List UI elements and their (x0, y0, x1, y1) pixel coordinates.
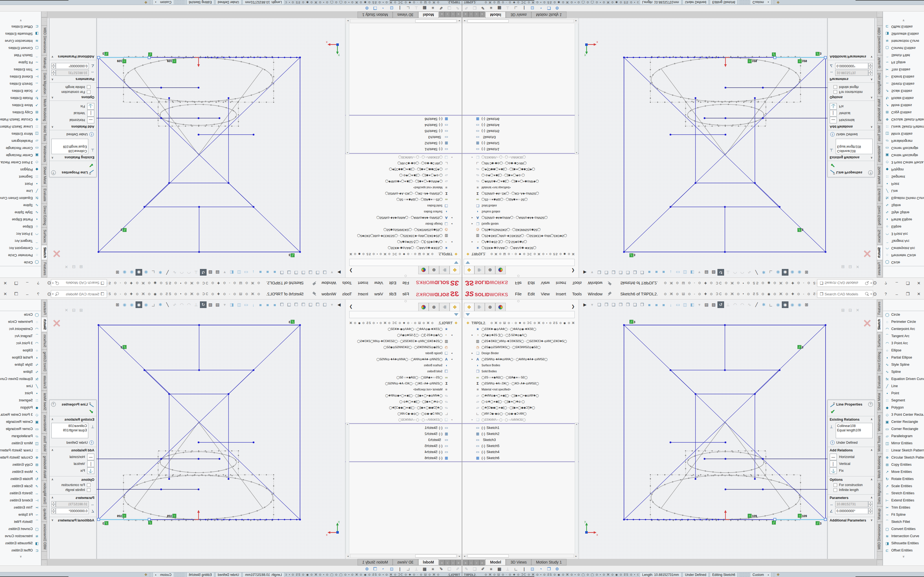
section-header[interactable]: Additional Parameters (58, 519, 94, 522)
tool-button[interactable]: ◆ Polygon (0, 404, 41, 411)
document-tab[interactable]: Model (418, 559, 439, 566)
view-tool-icon[interactable]: ❒ (639, 269, 645, 276)
tool-button[interactable]: ▢ Convert Entities (883, 525, 924, 532)
view-tool-icon[interactable]: ⊥ (193, 269, 199, 276)
commandmanager-tab[interactable]: Evaluate (877, 186, 883, 204)
tree-item[interactable]: ▱ ◯✚ƷƆ◉◉◯∗◉[◯ ◦ ◯]◉∗◯◉◉ƆƷ✚◯ (462, 166, 575, 172)
angle-field[interactable]: 0.00000000° (835, 508, 868, 514)
view-tool-icon[interactable]: ◫ (682, 301, 688, 308)
section-header[interactable]: Parameters (76, 496, 94, 500)
view-tool-icon[interactable]: ❏ (596, 269, 603, 276)
tool-button[interactable]: ∷ Linear Sketch Pattern (883, 447, 924, 454)
tree-sketch-item[interactable]: ▭ (-) Sketch1 (462, 147, 575, 153)
bottom-tool-icon[interactable]: ⊥ (412, 567, 420, 572)
view-tool-icon[interactable]: ◠ (732, 269, 738, 276)
view-tool-icon[interactable]: ❑ (307, 269, 314, 276)
tool-button[interactable]: ⊢ Extend Entities (883, 497, 924, 504)
view-tool-icon[interactable]: ❒ (300, 301, 307, 308)
section-header[interactable]: Existing Relations (830, 156, 859, 160)
view-tool-icon[interactable]: ✱ (157, 269, 164, 276)
tree-sketch-item[interactable]: ▭ Sketch3 (462, 437, 575, 443)
section-header[interactable]: Parameters (830, 77, 848, 81)
vertical-relation-button[interactable]: │ (87, 461, 94, 467)
document-tab[interactable]: Model (418, 11, 439, 18)
commandmanager-tab[interactable]: Mesh Modeling (877, 454, 883, 480)
tree-item[interactable]: ▱ ◯✚ИИ◎◉+◯∗◉[◯ ◦ ◯]◉∗◯+◉◎ИИ✚◯ (349, 179, 462, 185)
tree-root-item[interactable]: ❖ TЯPDL2. ⊙ Ж ⊙ Ш ⊙ ◦ ⊙ ✚ ⊙ ƆC ⊙ Ж ⊙ • ⊙… (462, 320, 575, 326)
view-tool-icon[interactable]: ▭ (675, 301, 681, 308)
tab-nav-button[interactable]: › (474, 11, 479, 17)
tool-button[interactable]: ∷ Linear Sketch Pattern (0, 123, 41, 130)
view-tool-icon[interactable]: ❏ (321, 301, 328, 308)
bottom-tool-icon[interactable]: | (396, 6, 404, 10)
view-tool-icon[interactable]: ▭ (243, 301, 249, 308)
angle-field[interactable]: 0.00000000° (56, 508, 89, 514)
view-tool-icon[interactable]: ◉ (128, 269, 135, 276)
relations-list[interactable]: Collinear108Equal length109 (52, 139, 88, 154)
view-tool-icon[interactable]: ❐ (625, 269, 631, 276)
tool-button[interactable]: ▢ Convert Entities (0, 525, 41, 532)
view-tool-icon[interactable]: ↓ (667, 269, 674, 276)
bottom-tool-icon[interactable]: ✎ (454, 6, 462, 11)
tool-button[interactable]: ✂ Trim Entities (0, 66, 41, 73)
tool-button[interactable]: ↗ Move Entities (0, 468, 41, 475)
commandmanager-tab[interactable]: Surfaces (41, 332, 47, 350)
tool-button[interactable]: ∿ Spline (0, 201, 41, 209)
tool-button[interactable]: ▪ Point (883, 390, 924, 397)
view-tool-icon[interactable]: ⊞ (803, 301, 810, 308)
tool-button[interactable]: ▭ Corner Rectangle (0, 145, 41, 152)
tree-horizontal-scrollbar[interactable]: ◂ ▸ (346, 19, 462, 23)
bottom-tool-icon[interactable]: ❏ (445, 567, 454, 572)
tool-button[interactable]: ◠ 3 Point Arc (0, 230, 41, 237)
horizontal-relation-button[interactable]: — (87, 454, 94, 460)
menu-item[interactable]: Tools (339, 288, 355, 299)
view-tool-icon[interactable]: ↺ (717, 301, 724, 308)
tree-item[interactable]: ∟ ◯ИИ◦Ɔ◉◦◉◎◯ ◦ ◯◎◉◦◉Ɔ◦ИИ◯ (349, 160, 462, 166)
tree-filter-box[interactable] (349, 311, 460, 318)
commandmanager-tab[interactable]: Mold Tools (41, 123, 47, 143)
ghost-window-icon[interactable]: ⊞ (841, 264, 845, 269)
exit-sketch-icon[interactable]: ✕ (52, 317, 61, 330)
tab-displaymanager[interactable] (418, 303, 429, 311)
view-tool-icon[interactable]: ▤ (703, 269, 710, 276)
view-tool-icon[interactable]: ▶ (582, 269, 588, 276)
tool-button[interactable]: ╱ Line (0, 382, 41, 390)
tool-button[interactable]: ⌒ Tangent Arc (883, 332, 924, 340)
tool-button[interactable]: ◠ Centerpoint Arc (883, 245, 924, 252)
tree-sketch-item[interactable]: ▭ (-) Sketch5 (349, 128, 462, 134)
view-tool-icon[interactable]: ◫ (682, 269, 688, 276)
bottom-tool-icon[interactable]: ◔ (536, 567, 545, 571)
relation-entry[interactable]: Collinear108 (837, 149, 871, 153)
ok-button[interactable]: ✔ (50, 408, 96, 416)
commandmanager-tab[interactable]: Weldments (877, 413, 883, 434)
view-tool-icon[interactable]: ◉ (782, 301, 788, 308)
tree-horizontal-scrollbar[interactable]: ◂ ▸ (346, 554, 462, 558)
tool-button[interactable]: ∼ Fit Spline (0, 511, 41, 518)
tool-button[interactable]: ◖ Partial Ellipse (0, 354, 41, 361)
tree-item[interactable]: ▸ A ◯ƧSИИ◎◦✚A✚◎ИИA◯ ◦ ◯AИИ◎✚A✚◦◎ИИSƧ◯ (462, 356, 575, 362)
tab-nav-button[interactable]: « (463, 560, 468, 566)
bottom-tool-icon[interactable]: | (520, 567, 528, 571)
commandmanager-tab[interactable]: Mesh Modeling (41, 97, 47, 123)
tree-sketch-item[interactable]: ▭ (-) Sketch5 (462, 443, 575, 449)
tool-button[interactable]: ○ Ellipse (0, 347, 41, 354)
help-icon[interactable]: ? (33, 281, 44, 285)
view-tool-icon[interactable]: ◉ (789, 269, 796, 276)
tree-splitter[interactable] (462, 423, 579, 424)
tree-item[interactable]: ∞ ◯ƧS·∩∗◉AШ◯ ◦ ◯ШA◉∗∩·SƧ◯ (462, 197, 575, 203)
ghost-window-icon[interactable]: ⊞ (79, 308, 83, 313)
scrollbar-thumb[interactable] (467, 19, 509, 23)
bottom-tool-icon[interactable]: ▦ (420, 567, 429, 572)
bottom-tool-icon[interactable]: ◔ (536, 6, 545, 10)
tree-item[interactable]: ∟ ◯ИИ◦Ɔ◉◦◉◎◯ ◦ ◯◎◉◦◉Ɔ◦ИИ◯ (462, 411, 575, 417)
tree-item[interactable]: ◷ ◯ƧS◉◎ƧSИИЗЖS◯ ◦ ◯SЖЗИИSƧ◎◉SƧ◯ (349, 227, 462, 233)
scrollbar-thumb[interactable] (415, 19, 457, 23)
commandmanager-tab[interactable]: Surfaces (877, 332, 883, 350)
bottom-tool-icon[interactable]: ❏ (470, 6, 479, 11)
view-tool-icon[interactable]: ⊥ (725, 269, 731, 276)
tool-button[interactable]: ◫ Mirror Entities (0, 440, 41, 447)
commandmanager-tab[interactable]: Evaluate (41, 186, 47, 204)
for-construction-checkbox[interactable] (834, 90, 837, 94)
tree-item[interactable]: ❒ Solid Bodies (462, 203, 575, 209)
bottom-tool-icon[interactable]: ✐ (437, 567, 445, 572)
